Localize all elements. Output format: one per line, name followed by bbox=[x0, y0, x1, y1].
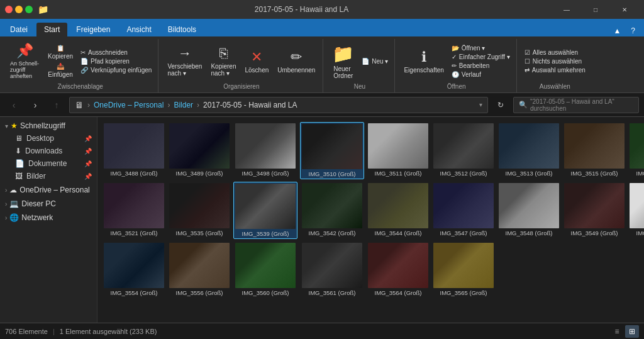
netzwerk-header[interactable]: › 🌐 Netzwerk bbox=[0, 211, 97, 224]
new-item-button[interactable]: 📄 Neu ▾ bbox=[359, 57, 391, 65]
thumbnail-item[interactable]: IMG_3498 (Groß) bbox=[233, 122, 297, 179]
thumbnail-item[interactable]: IMG_3521 (Groß) bbox=[103, 182, 165, 239]
thumbnail-item[interactable]: IMG_3548 (Groß) bbox=[497, 182, 560, 239]
close-traffic-light[interactable] bbox=[5, 6, 13, 13]
thumbnail-item[interactable]: IMG_3542 (Groß) bbox=[300, 182, 364, 239]
thumbnail-item[interactable]: IMG_3547 (Groß) bbox=[432, 182, 495, 239]
rename-button[interactable]: ✏ Umbenennen bbox=[274, 48, 319, 75]
content-area: IMG_3488 (Groß)IMG_3489 (Groß)IMG_3498 (… bbox=[97, 117, 644, 323]
thumbnail-item[interactable]: IMG_3549 (Groß) bbox=[563, 182, 626, 239]
organize-buttons: → Verschiebennach ▾ ⎘ Kopierennach ▾ ✕ L… bbox=[164, 40, 319, 82]
properties-button[interactable]: ℹ Eigenschaften bbox=[400, 48, 447, 75]
select-none-button[interactable]: ☐ Nichts auswählen bbox=[522, 57, 588, 65]
pin-to-quickaccess-button[interactable]: 📌 An Schnell-zugriffanheften bbox=[6, 42, 43, 81]
search-bar[interactable]: 🔍 "2017-05-05 – Hawaii and LA" durchsuch… bbox=[513, 97, 639, 113]
thumbnail-item[interactable]: IMG_3511 (Groß) bbox=[367, 122, 430, 179]
thumbnail-item[interactable]: IMG_3556 (Groß) bbox=[168, 242, 231, 297]
sidebar-item-bilder[interactable]: 🖼 Bilder 📌 bbox=[0, 170, 97, 182]
copy-path-label: Pfad kopieren bbox=[91, 58, 130, 65]
breadcrumb-bilder[interactable]: Bilder bbox=[174, 101, 193, 109]
delete-button[interactable]: ✕ Löschen bbox=[241, 48, 272, 75]
onedrive-header[interactable]: › ☁ OneDrive – Personal bbox=[0, 184, 97, 196]
edit-icon: ✏ bbox=[452, 62, 457, 69]
dieser-pc-section: › 💻 Dieser PC bbox=[0, 197, 97, 210]
details-view-button[interactable]: ≡ bbox=[610, 325, 624, 338]
thumbnail-item[interactable]: IMG_3564 (Groß) bbox=[367, 242, 430, 297]
schnellzugriff-header[interactable]: ▾ ★ Schnellzugriff bbox=[0, 119, 97, 132]
breadcrumb-current: 2017-05-05 - Hawaii and LA bbox=[203, 101, 297, 109]
thumbnail-item[interactable]: IMG_3539 (Groß) bbox=[233, 182, 297, 239]
downloads-icon: ⬇ bbox=[15, 147, 21, 155]
paste-button[interactable]: 📥 Einfügen bbox=[44, 62, 77, 79]
new-folder-button[interactable]: 📁 NeuerOrdner bbox=[328, 42, 358, 81]
thumbnail-item[interactable]: IMG_3560 (Groß) bbox=[233, 242, 297, 297]
close-button[interactable]: ✕ bbox=[610, 0, 639, 19]
copy-to-icon: ⎘ bbox=[219, 45, 228, 62]
select-group-label: Auswählen bbox=[540, 82, 570, 91]
copy-path-button[interactable]: 📄 Pfad kopieren bbox=[78, 57, 154, 65]
copy-button[interactable]: 📋 Kopieren bbox=[44, 43, 77, 61]
breadcrumb[interactable]: 🖥 › OneDrive – Personal › Bilder › 2017-… bbox=[69, 97, 488, 113]
thumbnail-item[interactable]: IMG_3513 (Groß) bbox=[497, 122, 560, 179]
edit-button[interactable]: ✏ Bearbeiten bbox=[449, 62, 513, 70]
thumbnail-item[interactable]: IMG_3510 (Groß) bbox=[300, 122, 364, 179]
dieser-pc-header[interactable]: › 💻 Dieser PC bbox=[0, 197, 97, 210]
new-folder-icon: 📁 bbox=[332, 43, 354, 64]
sidebar-item-desktop[interactable]: 🖥 Desktop 📌 bbox=[0, 132, 97, 145]
tab-freigeben[interactable]: Freigeben bbox=[69, 23, 118, 36]
move-to-button[interactable]: → Verschiebennach ▾ bbox=[164, 44, 206, 78]
history-button[interactable]: 🕐 Verlauf bbox=[449, 70, 513, 79]
thumbnail-item[interactable]: IMG_3512 (Groß) bbox=[432, 122, 495, 179]
thumbnail-item[interactable]: IMG_3554 (Groß) bbox=[103, 242, 165, 297]
thumbnail-item[interactable]: IMG_3535 (Groß) bbox=[168, 182, 231, 239]
invert-selection-button[interactable]: ⇄ Auswahl umkehren bbox=[522, 66, 588, 74]
tab-bildtools[interactable]: Bildtools bbox=[160, 23, 204, 36]
rename-label: Umbenennen bbox=[277, 67, 315, 74]
window-title: 2017-05-05 - Hawaii and LA bbox=[51, 5, 552, 14]
back-button[interactable]: ‹ bbox=[5, 96, 23, 114]
thumbnail-item[interactable]: IMG_3489 (Groß) bbox=[168, 122, 231, 179]
paste-shortcut-button[interactable]: 🔗 Verknüpfung einfügen bbox=[78, 66, 154, 74]
breadcrumb-onedrive[interactable]: OneDrive – Personal bbox=[94, 101, 164, 109]
thumbnail-label: IMG_3552 (Groß) bbox=[636, 230, 644, 236]
thumbnail-item[interactable]: IMG_3515 (Groß) bbox=[563, 122, 626, 179]
breadcrumb-sep-3: › bbox=[197, 101, 199, 109]
select-all-button[interactable]: ☑ Alles auswählen bbox=[522, 48, 588, 57]
breadcrumb-sep-1: › bbox=[87, 101, 90, 109]
minimize-button[interactable]: — bbox=[552, 0, 581, 19]
tab-datei[interactable]: Datei bbox=[3, 23, 35, 36]
open-button[interactable]: 📂 Öffnen ▾ bbox=[449, 44, 513, 52]
select-group: ☑ Alles auswählen ☐ Nichts auswählen ⇄ A… bbox=[518, 39, 592, 92]
easy-access-icon: ✓ bbox=[452, 53, 457, 60]
easy-access-button[interactable]: ✓ Einfacher Zugriff ▾ bbox=[449, 53, 513, 61]
cut-button[interactable]: ✂ Ausschneiden bbox=[78, 48, 154, 57]
thumbnail-item[interactable]: IMG_3488 (Groß) bbox=[103, 122, 165, 179]
ribbon-help-button[interactable]: ? bbox=[627, 25, 639, 36]
ribbon-collapse-button[interactable]: ▲ bbox=[609, 25, 625, 36]
large-icon-view-button[interactable]: ⊞ bbox=[625, 325, 639, 338]
forward-button[interactable]: › bbox=[26, 96, 44, 114]
refresh-button[interactable]: ↻ bbox=[492, 96, 509, 114]
thumbnail-item[interactable]: IMG_3561 (Groß) bbox=[300, 242, 364, 297]
desktop-label: Desktop bbox=[26, 134, 54, 143]
tab-start[interactable]: Start bbox=[36, 23, 67, 36]
new-folder-label: NeuerOrdner bbox=[333, 65, 353, 79]
address-bar: ‹ › ↑ 🖥 › OneDrive – Personal › Bilder ›… bbox=[0, 93, 644, 117]
tab-ansicht[interactable]: Ansicht bbox=[119, 23, 158, 36]
thumbnail-item[interactable]: IMG_3552 (Groß) bbox=[628, 182, 644, 239]
copy-to-button[interactable]: ⎘ Kopierennach ▾ bbox=[207, 44, 240, 78]
min-traffic-light[interactable] bbox=[15, 6, 23, 13]
sidebar: ▾ ★ Schnellzugriff 🖥 Desktop 📌 ⬇ Downloa… bbox=[0, 117, 97, 323]
max-traffic-light[interactable] bbox=[25, 6, 33, 13]
open-small-group: 📂 Öffnen ▾ ✓ Einfacher Zugriff ▾ ✏ Bearb… bbox=[449, 44, 513, 79]
onedrive-icon: ☁ bbox=[9, 186, 17, 194]
thumbnail-item[interactable]: IMG_3544 (Groß) bbox=[367, 182, 430, 239]
thumbnail-item[interactable]: IMG_3565 (Groß) bbox=[432, 242, 495, 297]
sidebar-item-downloads[interactable]: ⬇ Downloads 📌 bbox=[0, 145, 97, 157]
maximize-button[interactable]: □ bbox=[581, 0, 610, 19]
thumbnail-item[interactable]: IMG_3517 (Groß) bbox=[628, 122, 644, 179]
sidebar-item-dokumente[interactable]: 📄 Dokumente 📌 bbox=[0, 157, 97, 170]
up-button[interactable]: ↑ bbox=[48, 96, 65, 114]
breadcrumb-dropdown[interactable]: ▾ bbox=[479, 101, 482, 108]
ribbon-right-controls: ▲ ? bbox=[609, 25, 644, 36]
